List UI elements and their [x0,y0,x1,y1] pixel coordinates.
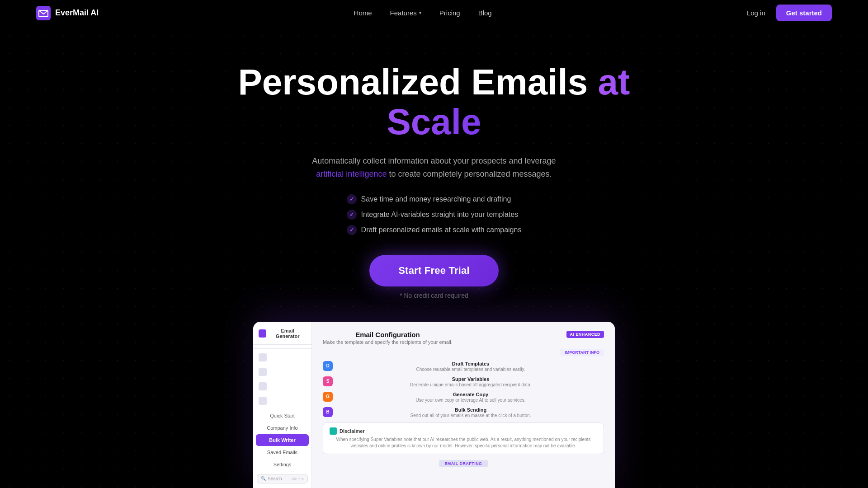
feature-draft-templates: D Draft Templates Choose reusable email … [323,361,604,372]
get-started-button[interactable]: Get started [776,5,832,21]
super-variables-icon: S [323,376,333,386]
app-main-subtitle: Make the template and specify the recipi… [323,339,453,345]
sidebar-logo-text: Email Generator [269,328,306,339]
feature-desc-2: Generate unique emails based off aggrega… [337,382,604,387]
bulk-sending-icon: B [323,407,333,417]
app-main: Email Configuration Make the template an… [312,322,615,488]
disclaimer-icon [330,427,337,435]
hero-subtitle: Automatically collect information about … [298,155,570,181]
feature-name-4: Bulk Sending [337,407,604,413]
check-icon-2 [347,210,357,220]
sidebar-header: Email Generator [253,328,311,345]
no-credit-card-note: * No credit card required [400,292,468,299]
sidebar-icon-1 [259,353,267,361]
checklist-item-2: Integrate AI-variables straight into you… [347,210,522,220]
navbar: EverMail AI Home Features ▾ Pricing Blog… [0,0,868,26]
nav-blog[interactable]: Blog [478,9,492,17]
hero-checklist: Save time and money researching and draf… [347,194,522,235]
sidebar-icon-2 [259,368,267,376]
disclaimer-text: When specifying Super Variables note tha… [330,436,597,449]
nav-home[interactable]: Home [354,9,372,17]
ai-enhanced-badge: AI ENHANCED [566,331,604,338]
sidebar-logo-icon [259,329,266,338]
sidebar-item-company-info[interactable]: Company Info [256,422,309,434]
generate-copy-icon: G [323,392,333,402]
chevron-down-icon: ▾ [419,10,421,15]
sidebar-item-quick-start[interactable]: Quick Start [256,410,309,422]
logo-text: EverMail AI [55,8,99,18]
sidebar-icon-4 [259,397,267,405]
important-info-badge: IMPORTANT INFO [560,349,604,356]
start-free-trial-button[interactable]: Start Free Trial [369,255,499,286]
draft-templates-icon: D [323,361,333,371]
app-sidebar: Email Generator Quick Start Company Info… [253,322,312,488]
disclaimer-box: Disclaimer When specifying Super Variabl… [323,422,604,454]
bottom-badge-wrap: EMAIL DRAFTING [323,459,604,467]
checklist-item-3: Draft personalized emails at scale with … [347,225,522,235]
nav-right: Log in Get started [747,5,832,21]
search-icon: 🔍 [261,476,266,481]
app-main-title: Email Configuration [323,331,453,338]
feature-bulk-sending: B Bulk Sending Send out all of your emai… [323,407,604,418]
feature-list: D Draft Templates Choose reusable email … [323,361,604,418]
sidebar-item-settings[interactable]: Settings [256,459,309,470]
feature-name-2: Super Variables [337,376,604,382]
svg-rect-0 [36,6,51,20]
hero-cta-wrap: Start Free Trial * No credit card requir… [369,255,499,299]
nav-links: Home Features ▾ Pricing Blog [354,9,492,17]
sidebar-item-bulk-writer[interactable]: Bulk Writer [256,434,309,446]
sidebar-icons [253,348,311,409]
feature-desc-3: Use your own copy or leverage AI to sell… [337,398,604,403]
disclaimer-title-text: Disclaimer [340,428,365,434]
ai-link[interactable]: artificial intelligence [316,169,387,178]
hero-title-text: Personalized Emails [238,62,598,102]
sidebar-icon-3 [259,382,267,390]
feature-desc-1: Choose reusable email templates and vari… [337,367,604,372]
check-icon-3 [347,225,357,235]
feature-generate-copy: G Generate Copy Use your own copy or lev… [323,392,604,403]
feature-super-variables: S Super Variables Generate unique emails… [323,376,604,387]
app-main-header: Email Configuration Make the template an… [323,331,604,345]
nav-logo[interactable]: EverMail AI [36,6,99,20]
feature-name-1: Draft Templates [337,361,604,366]
checklist-item-1: Save time and money researching and draf… [347,194,522,204]
logo-icon [36,6,51,20]
check-icon-1 [347,194,357,204]
login-link[interactable]: Log in [747,9,765,17]
app-preview: Email Generator Quick Start Company Info… [253,322,615,488]
sidebar-search[interactable]: 🔍 Search Ctrl + K [257,474,308,483]
email-drafting-badge: EMAIL DRAFTING [439,460,487,467]
feature-desc-4: Send out all of your emails en masse at … [337,413,604,418]
feature-name-3: Generate Copy [337,392,604,397]
sidebar-item-saved-emails[interactable]: Saved Emails [256,446,309,458]
nav-features[interactable]: Features ▾ [390,9,421,17]
hero-section: Personalized Emails at Scale Automatical… [0,26,868,488]
hero-title: Personalized Emails at Scale [231,62,637,142]
nav-pricing[interactable]: Pricing [439,9,460,17]
